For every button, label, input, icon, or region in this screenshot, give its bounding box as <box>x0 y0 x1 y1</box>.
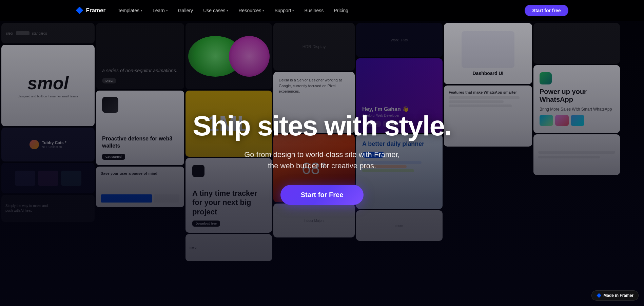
support-chevron-icon: ▾ <box>292 9 294 12</box>
navbar: Framer Templates ▾ Learn ▾ Gallery Use c… <box>0 0 644 21</box>
made-in-framer-badge: Made in Framer <box>591 290 639 301</box>
nav-gallery[interactable]: Gallery <box>174 6 197 15</box>
nav-start-free-button[interactable]: Start for free <box>525 5 568 16</box>
hero-section: Ship sites with style. Go from design to… <box>0 0 644 306</box>
hero-cta-button[interactable]: Start for Free <box>280 185 364 205</box>
use-cases-chevron-icon: ▾ <box>227 9 228 12</box>
nav-pricing[interactable]: Pricing <box>330 6 352 15</box>
nav-use-cases[interactable]: Use cases ▾ <box>199 6 232 15</box>
learn-chevron-icon: ▾ <box>166 9 168 12</box>
nav-business[interactable]: Business <box>300 6 328 15</box>
hero-subheading: Go from design to world-class site with … <box>244 149 399 171</box>
nav-support[interactable]: Support ▾ <box>270 6 298 15</box>
made-in-framer-text: Made in Framer <box>603 293 633 298</box>
framer-badge-icon <box>597 293 601 298</box>
nav-resources[interactable]: Resources ▾ <box>234 6 268 15</box>
nav-templates[interactable]: Templates ▾ <box>114 6 147 15</box>
nav-logo-text: Framer <box>86 7 106 14</box>
hero-headline: Ship sites with style. <box>193 111 451 140</box>
templates-chevron-icon: ▾ <box>141 9 142 12</box>
nav-learn[interactable]: Learn ▾ <box>149 6 172 15</box>
nav-logo[interactable]: Framer <box>76 7 106 14</box>
framer-logo-icon <box>76 7 83 14</box>
resources-chevron-icon: ▾ <box>262 9 264 12</box>
